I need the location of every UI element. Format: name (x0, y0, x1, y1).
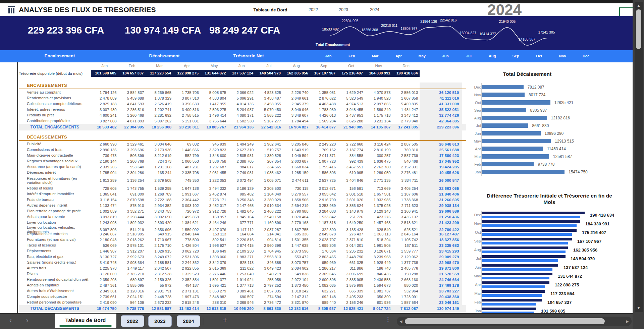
table-row: Ventes au comptant1 794 1263 584 8375 26… (19, 90, 466, 95)
opening-value: 148 504 970 (255, 70, 283, 77)
month-value: 1 586 758 (201, 159, 228, 163)
month-value: 1 962 641 (255, 142, 283, 146)
row-label: Régimes d'avantages sociaux (19, 159, 91, 163)
month-value: 2 226 740 (283, 91, 310, 95)
bar (482, 123, 528, 128)
month-value: 2 513 621 (392, 221, 420, 225)
month-value: 2 159 326 (146, 278, 173, 282)
month-value: 1 649 250 (337, 221, 365, 225)
month-value: 1 961 505 (365, 243, 392, 248)
scroll-down-icon[interactable]: ▼ (635, 306, 643, 310)
chart-bar-row: Apr11463 414 (470, 145, 633, 153)
month-value: 1 907 728 (310, 159, 338, 163)
row-label: Intérêt d'emprunt immobilier (19, 192, 91, 196)
sheet-menu-icon[interactable]: ⋮ (385, 316, 391, 323)
selected-cell-box[interactable] (619, 7, 634, 17)
month-value: 2 531 306 (173, 255, 201, 259)
total-month-value: 20 210 011 (173, 125, 201, 129)
horizontal-scroll-thumb[interactable] (405, 318, 605, 324)
month-value: 5 459 688 (118, 96, 146, 100)
section-title: ENCAISSEMENTS (19, 83, 466, 89)
scroll-left-icon[interactable]: ◀ (399, 319, 402, 324)
month-value: 2 975 101 (118, 243, 146, 248)
month-value: 1 668 034 (283, 165, 310, 169)
ribbon-tresorerie-net[interactable]: Trésorerie Net (212, 53, 285, 58)
ribbon-encaissement[interactable]: Encaissement (23, 53, 97, 58)
month-value: 1 363 113 (365, 232, 392, 236)
bar-fin-de-mois (482, 229, 577, 232)
nav-2024[interactable]: 2024 (367, 7, 383, 12)
bar-value-label: 15474 750 (569, 170, 588, 174)
month-value: 3 280 029 (255, 198, 283, 202)
month-value: 1 377 713 (228, 283, 255, 287)
total-month-value: 22 304 995 (118, 125, 146, 129)
axis-month-label: Feb (470, 162, 481, 166)
tab-2024[interactable]: 2024 (177, 315, 200, 327)
total-month-value: 17 241 305 (392, 125, 420, 129)
month-value: 1 945 164 (228, 215, 255, 219)
month-value: 2 918 246 (173, 300, 201, 305)
next-sheet-icon[interactable]: › (26, 316, 29, 324)
month-value: 300 257 (365, 154, 392, 158)
month-value: 5 323 549 (337, 96, 365, 100)
month-value: 1 169 896 (255, 221, 283, 225)
chart-bar-row: May12913 515 (470, 137, 633, 145)
month-value: 540 468 (392, 159, 420, 163)
axis-month-label: Jul (470, 257, 481, 261)
tab-2023[interactable]: 2023 (148, 315, 172, 327)
month-value: 5 167 277 (255, 119, 283, 123)
bar-value-label: 12825 421 (554, 100, 574, 105)
table-row: TOTAL DÉCAISSEMENTS15 474 7509 738 77812… (19, 305, 466, 312)
tab-2022[interactable]: 2022 (121, 315, 144, 327)
bar-value-label: 148 504 970 (571, 256, 595, 261)
month-value: 2 305 500 (255, 186, 283, 190)
month-value: 167 511 (392, 243, 420, 248)
month-value: 3 049 423 (255, 266, 283, 270)
nav-tableau-de-bord[interactable]: Tableau de Bord (252, 7, 289, 12)
month-value: 2 419 090 (91, 300, 118, 305)
ribbon-month: Nov (551, 54, 574, 58)
month-value: 356 390 (365, 295, 392, 299)
bar-value-label: 12581 587 (553, 154, 572, 159)
month-value: 2 840 144 (173, 232, 201, 236)
month-value: 525 113 (228, 261, 255, 265)
chart-total-decaissement-title: Total Décaissement (470, 71, 585, 77)
scroll-right-icon[interactable]: ▶ (626, 319, 629, 324)
month-value: 2 779 940 (392, 119, 420, 123)
prev-sheet-icon[interactable]: ‹ (9, 316, 12, 324)
month-value: 3 356 633 (173, 102, 201, 106)
nav-2023[interactable]: 2023 (335, 7, 352, 12)
month-value: 5 097 262 (146, 119, 173, 123)
scroll-up-icon[interactable]: ▲ (635, 3, 643, 7)
tab-tableau-de-bord[interactable]: Tableau de Bord (55, 314, 116, 328)
vertical-scroll-thumb[interactable] (636, 9, 641, 49)
month-value: 4 823 325 (255, 91, 283, 95)
row-label: Frais de bureau (19, 198, 91, 202)
axis-month-label: Feb (470, 300, 481, 304)
ribbon-decaissement[interactable]: Décaissement (127, 53, 201, 58)
month-value: 2 526 419 (146, 102, 173, 106)
table-row: Dépenses intérêt1 785 9042 304 286165 24… (19, 170, 466, 175)
month-value: 3 187 774 (337, 148, 365, 152)
month-value: 2 180 048 (91, 238, 118, 242)
chart-bar-group: May131 644 872 (470, 272, 633, 280)
axis-month-label: Nov (470, 222, 481, 226)
month-value: 4 403 438 (310, 102, 338, 106)
month-value: 2 848 982 (201, 295, 228, 299)
add-sheet-button[interactable]: + (223, 315, 227, 325)
month-value: 536 069 (91, 243, 118, 248)
month-value: 3 093 819 (91, 215, 118, 219)
nav-2022[interactable]: 2022 (305, 7, 321, 12)
horizontal-scrollbar[interactable]: ◀ ▶ (397, 317, 632, 326)
month-value: 892 541 (201, 238, 228, 242)
month-value: 1 035 462 (255, 171, 283, 175)
month-value: 2 042 507 (146, 266, 173, 270)
month-value: 274 594 (255, 295, 283, 299)
row-label: Autres frais (19, 266, 91, 270)
month-value: 2 785 210 (118, 272, 146, 276)
bar-value-label: 167 107 967 (577, 239, 601, 244)
month-value: 1 802 932 (118, 221, 146, 225)
opening-value: 104 657 337 (118, 70, 146, 77)
month-value: 2 466 222 (255, 209, 283, 213)
month-header: Jul (255, 64, 283, 68)
